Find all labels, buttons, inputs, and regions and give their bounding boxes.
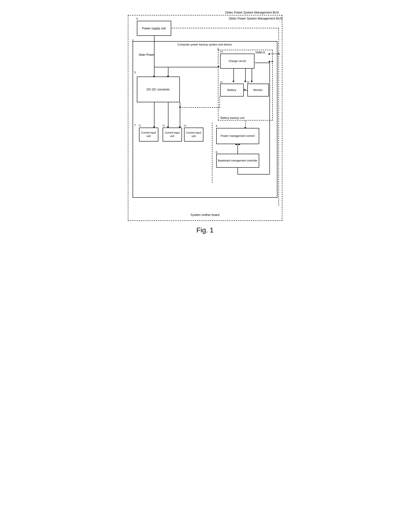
node6-number: 6 — [216, 151, 217, 154]
charge-circuit-box: Charge circuit — [220, 54, 254, 69]
outer-title: Detec Power System Management BUS — [229, 17, 282, 20]
node4-number: 4 — [216, 124, 217, 128]
node7-number: 7 — [134, 124, 136, 127]
dcdc-converter-box: DC-DC converter — [137, 76, 180, 102]
node1-text: Computer power backup system and device — [178, 43, 232, 46]
current-input-unit-71: Current input unit — [139, 128, 158, 142]
smbus-label: SMBUS — [255, 51, 265, 54]
baseboard-mgmt-controller-box: Baseboard management controller — [216, 154, 259, 168]
current-input-unit-72: Current input unit — [163, 128, 182, 142]
figure-label: Fig. 1 — [128, 226, 282, 234]
page: Detec Power System Management BUS 5 Powe… — [124, 4, 287, 238]
power-supply-unit-box: Power supply unit — [137, 21, 171, 36]
node23-number: 23 — [220, 50, 223, 53]
system-motherboard-label: System mother board — [191, 213, 219, 217]
outer-title-label: Detec Power System Management BUS — [225, 11, 280, 14]
main-power-label: Main Power — [139, 53, 155, 57]
node5-number: 5 — [137, 17, 138, 20]
current-input-unit-73: Current input unit — [184, 128, 203, 142]
node21-number: 21 — [220, 81, 223, 83]
power-management-control-box: Power management control — [216, 128, 259, 144]
node71-number: 71 — [139, 124, 141, 127]
battery-backup-label: Battery backup unit — [221, 116, 244, 119]
node73-number: 73 — [184, 124, 186, 127]
monitor-box: Monitor — [247, 84, 269, 96]
battery-box: Battery — [220, 84, 244, 96]
node22-number: 22 — [247, 81, 249, 83]
node72-number: 72 — [162, 124, 165, 127]
node3-number: 3 — [134, 71, 136, 74]
